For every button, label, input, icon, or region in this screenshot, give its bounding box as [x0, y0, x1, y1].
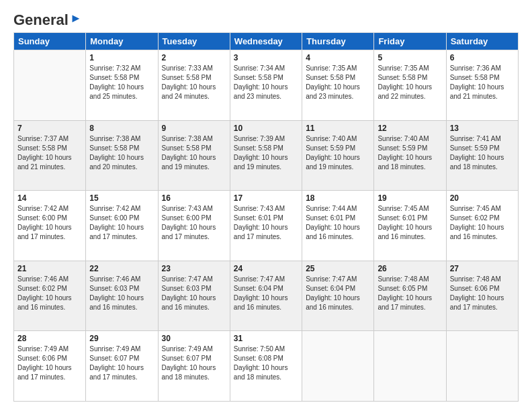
day-info: Sunrise: 7:43 AM Sunset: 6:01 PM Dayligh… — [234, 204, 298, 242]
calendar-cell: 3Sunrise: 7:34 AM Sunset: 5:58 PM Daylig… — [230, 50, 302, 121]
calendar-cell: 31Sunrise: 7:50 AM Sunset: 6:08 PM Dayli… — [230, 331, 302, 402]
day-info: Sunrise: 7:42 AM Sunset: 6:00 PM Dayligh… — [17, 204, 82, 242]
day-info: Sunrise: 7:46 AM Sunset: 6:02 PM Dayligh… — [17, 275, 82, 312]
day-number: 9 — [162, 124, 226, 133]
calendar-cell: 5Sunrise: 7:35 AM Sunset: 5:58 PM Daylig… — [374, 50, 446, 121]
calendar-cell: 21Sunrise: 7:46 AM Sunset: 6:02 PM Dayli… — [14, 261, 86, 331]
header: General► — [13, 12, 519, 27]
calendar-cell: 19Sunrise: 7:45 AM Sunset: 6:01 PM Dayli… — [374, 191, 446, 261]
weekday-header: Saturday — [446, 33, 518, 50]
calendar-row: 14Sunrise: 7:42 AM Sunset: 6:00 PM Dayli… — [14, 191, 519, 261]
page: General► SundayMondayTuesdayWednesdayThu… — [0, 0, 532, 411]
calendar-cell: 11Sunrise: 7:40 AM Sunset: 5:59 PM Dayli… — [302, 120, 374, 191]
day-info: Sunrise: 7:32 AM Sunset: 5:58 PM Dayligh… — [89, 64, 154, 101]
calendar-header-row: SundayMondayTuesdayWednesdayThursdayFrid… — [14, 33, 519, 50]
day-number: 5 — [378, 53, 442, 62]
day-info: Sunrise: 7:35 AM Sunset: 5:58 PM Dayligh… — [378, 64, 442, 101]
day-info: Sunrise: 7:38 AM Sunset: 5:58 PM Dayligh… — [89, 134, 154, 172]
calendar-cell: 14Sunrise: 7:42 AM Sunset: 6:00 PM Dayli… — [14, 191, 86, 261]
weekday-header: Thursday — [302, 33, 374, 50]
weekday-header: Monday — [86, 33, 158, 50]
day-number: 20 — [450, 193, 515, 203]
day-info: Sunrise: 7:33 AM Sunset: 5:58 PM Dayligh… — [162, 64, 226, 101]
day-info: Sunrise: 7:49 AM Sunset: 6:07 PM Dayligh… — [162, 345, 226, 382]
day-info: Sunrise: 7:37 AM Sunset: 5:58 PM Dayligh… — [17, 134, 82, 172]
day-info: Sunrise: 7:46 AM Sunset: 6:03 PM Dayligh… — [89, 275, 154, 312]
calendar-cell: 4Sunrise: 7:35 AM Sunset: 5:58 PM Daylig… — [302, 50, 374, 121]
calendar-cell: 26Sunrise: 7:48 AM Sunset: 6:05 PM Dayli… — [374, 261, 446, 331]
day-number: 21 — [17, 264, 82, 273]
calendar-cell: 15Sunrise: 7:42 AM Sunset: 6:00 PM Dayli… — [86, 191, 158, 261]
day-number: 1 — [89, 53, 154, 62]
calendar-cell: 22Sunrise: 7:46 AM Sunset: 6:03 PM Dayli… — [86, 261, 158, 331]
day-info: Sunrise: 7:49 AM Sunset: 6:07 PM Dayligh… — [89, 345, 154, 382]
day-info: Sunrise: 7:40 AM Sunset: 5:59 PM Dayligh… — [306, 134, 370, 172]
calendar-cell — [14, 50, 86, 121]
calendar-cell — [302, 331, 374, 402]
calendar-row: 7Sunrise: 7:37 AM Sunset: 5:58 PM Daylig… — [14, 120, 519, 191]
calendar-cell: 12Sunrise: 7:40 AM Sunset: 5:59 PM Dayli… — [374, 120, 446, 191]
day-number: 11 — [306, 124, 370, 133]
day-info: Sunrise: 7:45 AM Sunset: 6:02 PM Dayligh… — [450, 204, 515, 242]
day-number: 14 — [17, 193, 82, 203]
day-number: 3 — [234, 53, 298, 62]
day-info: Sunrise: 7:47 AM Sunset: 6:04 PM Dayligh… — [306, 275, 370, 312]
calendar-row: 21Sunrise: 7:46 AM Sunset: 6:02 PM Dayli… — [14, 261, 519, 331]
day-info: Sunrise: 7:48 AM Sunset: 6:06 PM Dayligh… — [450, 275, 515, 312]
day-number: 26 — [378, 264, 442, 273]
day-info: Sunrise: 7:39 AM Sunset: 5:58 PM Dayligh… — [234, 134, 298, 172]
calendar-cell: 24Sunrise: 7:47 AM Sunset: 6:04 PM Dayli… — [230, 261, 302, 331]
day-info: Sunrise: 7:42 AM Sunset: 6:00 PM Dayligh… — [89, 204, 154, 242]
day-number: 7 — [17, 124, 82, 133]
day-number: 15 — [89, 193, 154, 203]
weekday-header: Friday — [374, 33, 446, 50]
day-number: 18 — [306, 193, 370, 203]
day-info: Sunrise: 7:48 AM Sunset: 6:05 PM Dayligh… — [378, 275, 442, 312]
day-info: Sunrise: 7:45 AM Sunset: 6:01 PM Dayligh… — [378, 204, 442, 242]
day-info: Sunrise: 7:41 AM Sunset: 5:59 PM Dayligh… — [450, 134, 515, 172]
day-info: Sunrise: 7:35 AM Sunset: 5:58 PM Dayligh… — [306, 64, 370, 101]
day-info: Sunrise: 7:50 AM Sunset: 6:08 PM Dayligh… — [234, 345, 298, 382]
day-number: 6 — [450, 53, 515, 62]
day-number: 4 — [306, 53, 370, 62]
day-number: 13 — [450, 124, 515, 133]
day-number: 12 — [378, 124, 442, 133]
day-number: 19 — [378, 193, 442, 203]
day-number: 27 — [450, 264, 515, 273]
calendar-cell: 7Sunrise: 7:37 AM Sunset: 5:58 PM Daylig… — [14, 120, 86, 191]
day-info: Sunrise: 7:44 AM Sunset: 6:01 PM Dayligh… — [306, 204, 370, 242]
logo-text: General► — [13, 12, 82, 28]
calendar-cell: 29Sunrise: 7:49 AM Sunset: 6:07 PM Dayli… — [86, 331, 158, 402]
calendar-cell: 9Sunrise: 7:38 AM Sunset: 5:58 PM Daylig… — [158, 120, 230, 191]
calendar-cell: 10Sunrise: 7:39 AM Sunset: 5:58 PM Dayli… — [230, 120, 302, 191]
day-number: 25 — [306, 264, 370, 273]
calendar-cell: 1Sunrise: 7:32 AM Sunset: 5:58 PM Daylig… — [86, 50, 158, 121]
calendar-cell: 25Sunrise: 7:47 AM Sunset: 6:04 PM Dayli… — [302, 261, 374, 331]
day-number: 31 — [234, 334, 298, 343]
day-info: Sunrise: 7:40 AM Sunset: 5:59 PM Dayligh… — [378, 134, 442, 172]
calendar-cell — [446, 331, 518, 402]
day-number: 22 — [89, 264, 154, 273]
weekday-header: Sunday — [14, 33, 86, 50]
day-number: 8 — [89, 124, 154, 133]
day-info: Sunrise: 7:47 AM Sunset: 6:03 PM Dayligh… — [162, 275, 226, 312]
calendar-row: 1Sunrise: 7:32 AM Sunset: 5:58 PM Daylig… — [14, 50, 519, 121]
day-number: 2 — [162, 53, 226, 62]
calendar-cell: 13Sunrise: 7:41 AM Sunset: 5:59 PM Dayli… — [446, 120, 518, 191]
calendar-row: 28Sunrise: 7:49 AM Sunset: 6:06 PM Dayli… — [14, 331, 519, 402]
calendar-cell: 18Sunrise: 7:44 AM Sunset: 6:01 PM Dayli… — [302, 191, 374, 261]
calendar-cell: 17Sunrise: 7:43 AM Sunset: 6:01 PM Dayli… — [230, 191, 302, 261]
calendar-cell: 23Sunrise: 7:47 AM Sunset: 6:03 PM Dayli… — [158, 261, 230, 331]
calendar-cell: 2Sunrise: 7:33 AM Sunset: 5:58 PM Daylig… — [158, 50, 230, 121]
day-info: Sunrise: 7:38 AM Sunset: 5:58 PM Dayligh… — [162, 134, 226, 172]
calendar-cell: 8Sunrise: 7:38 AM Sunset: 5:58 PM Daylig… — [86, 120, 158, 191]
calendar-cell: 30Sunrise: 7:49 AM Sunset: 6:07 PM Dayli… — [158, 331, 230, 402]
day-info: Sunrise: 7:36 AM Sunset: 5:58 PM Dayligh… — [450, 64, 515, 101]
calendar-cell — [374, 331, 446, 402]
day-number: 30 — [162, 334, 226, 343]
logo: General► — [13, 12, 82, 27]
calendar-table: SundayMondayTuesdayWednesdayThursdayFrid… — [13, 32, 519, 402]
weekday-header: Wednesday — [230, 33, 302, 50]
day-info: Sunrise: 7:34 AM Sunset: 5:58 PM Dayligh… — [234, 64, 298, 101]
day-number: 16 — [162, 193, 226, 203]
